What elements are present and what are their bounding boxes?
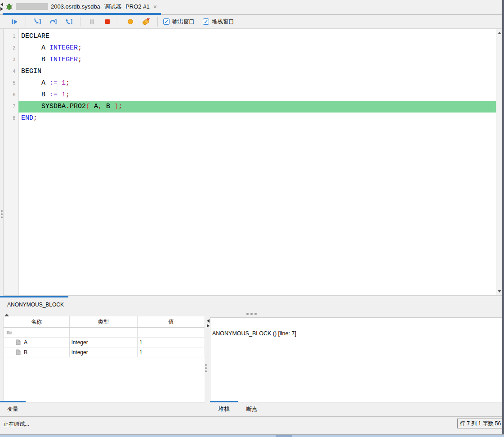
variables-tab-active[interactable]: 变量 bbox=[0, 402, 26, 416]
window-frame-border bbox=[502, 0, 504, 434]
variable-name-cell[interactable] bbox=[4, 328, 70, 337]
scroll-up-icon[interactable] bbox=[498, 32, 501, 34]
tab-strip: 2003.osrdb.sysdba--调试器--PRO2 #1 × bbox=[0, 0, 504, 15]
scroll-down-icon[interactable] bbox=[498, 290, 501, 293]
debugger-tab[interactable]: 2003.osrdb.sysdba--调试器--PRO2 #1 × bbox=[3, 0, 161, 13]
variable-row-a[interactable]: Ainteger1 bbox=[4, 338, 205, 347]
editor-vertical-scrollbar[interactable] bbox=[496, 29, 502, 295]
line-number[interactable]: 7 bbox=[4, 101, 18, 113]
anonymous-block-tab[interactable]: ANONYMOUS_BLOCK bbox=[7, 302, 64, 308]
code-text[interactable]: DECLARE bbox=[18, 31, 496, 42]
document-icon bbox=[16, 339, 21, 345]
debug-toolbar: ✓ 输出窗口 ✓ 堆栈窗口 bbox=[0, 15, 504, 29]
stack-window-checkbox[interactable]: ✓ 堆栈窗口 bbox=[203, 18, 234, 26]
pause-button[interactable] bbox=[87, 17, 96, 26]
code-line-4[interactable]: 4BEGIN bbox=[4, 66, 496, 77]
stop-icon bbox=[104, 18, 111, 25]
variable-name-cell[interactable]: B bbox=[4, 347, 70, 357]
step-into-icon bbox=[33, 18, 41, 26]
line-number[interactable]: 3 bbox=[4, 54, 18, 66]
resume-button[interactable] bbox=[10, 17, 19, 26]
resume-icon bbox=[11, 18, 18, 26]
variables-tab-indicator bbox=[0, 401, 26, 402]
stack-frame-row[interactable]: ANONYMOUS_BLOCK () [line: 7] bbox=[210, 329, 502, 338]
code-text[interactable]: B INTEGER; bbox=[18, 54, 496, 66]
step-over-icon bbox=[49, 18, 57, 26]
step-out-button[interactable] bbox=[64, 17, 73, 26]
variable-name-cell[interactable]: A bbox=[4, 338, 70, 347]
clear-breakpoints-button[interactable] bbox=[142, 17, 151, 26]
variable-row[interactable] bbox=[4, 328, 205, 338]
left-splitter-handle[interactable] bbox=[1, 209, 3, 220]
code-text[interactable]: SYSDBA.PRO2( A, B ); bbox=[18, 101, 496, 113]
step-into-button[interactable] bbox=[33, 17, 42, 26]
variables-tabbar: 变量 bbox=[0, 402, 205, 416]
column-header-value[interactable]: 值 bbox=[138, 316, 205, 327]
variables-table: 名称 类型 值 Ainteger1Binteger1 bbox=[3, 316, 205, 402]
folder-icon bbox=[6, 330, 13, 335]
code-text[interactable]: B := 1; bbox=[18, 89, 496, 101]
stack-tab-inactive[interactable]: 断点 bbox=[238, 402, 266, 416]
line-number[interactable]: 6 bbox=[4, 89, 18, 101]
code-text[interactable]: A INTEGER; bbox=[18, 42, 496, 54]
pause-icon bbox=[88, 18, 96, 26]
variable-type-cell[interactable]: integer bbox=[70, 338, 138, 347]
horizontal-splitter-handle[interactable] bbox=[246, 313, 257, 315]
code-text[interactable]: A := 1; bbox=[18, 77, 496, 89]
anonymous-block-tab-indicator bbox=[0, 296, 68, 297]
variable-value-cell[interactable]: 1 bbox=[138, 347, 205, 357]
code-lines[interactable]: 1DECLARE2 A INTEGER;3 B INTEGER;4BEGIN5 … bbox=[4, 31, 496, 124]
code-line-6[interactable]: 6 B := 1; bbox=[4, 89, 496, 101]
panel-divider bbox=[0, 296, 502, 296]
output-window-label: 输出窗口 bbox=[172, 18, 195, 26]
code-line-2[interactable]: 2 A INTEGER; bbox=[4, 42, 496, 54]
checkbox-check-icon[interactable]: ✓ bbox=[203, 18, 209, 25]
line-number[interactable]: 8 bbox=[4, 113, 18, 124]
variable-type-cell[interactable] bbox=[70, 328, 138, 337]
line-number[interactable]: 5 bbox=[4, 77, 18, 89]
collapse-left-icon[interactable] bbox=[207, 319, 210, 323]
variable-type-cell[interactable]: integer bbox=[70, 347, 138, 357]
bug-icon bbox=[5, 3, 13, 10]
stack-window-label: 堆栈窗口 bbox=[212, 18, 234, 26]
code-text[interactable]: BEGIN bbox=[18, 66, 496, 77]
panel-collapse-arrows[interactable] bbox=[207, 318, 210, 329]
tab-title: 2003.osrdb.sysdba--调试器--PRO2 #1 bbox=[51, 3, 150, 11]
step-over-button[interactable] bbox=[49, 17, 58, 26]
variables-table-header: 名称 类型 值 bbox=[4, 316, 205, 328]
document-icon bbox=[16, 349, 21, 355]
code-line-5[interactable]: 5 A := 1; bbox=[4, 77, 496, 89]
code-line-8[interactable]: 8END; bbox=[4, 113, 496, 124]
code-line-1[interactable]: 1DECLARE bbox=[4, 31, 496, 42]
code-line-7[interactable]: 7 SYSDBA.PRO2( A, B ); bbox=[4, 101, 496, 113]
variable-row-b[interactable]: Binteger1 bbox=[4, 347, 205, 357]
step-out-icon bbox=[65, 18, 73, 26]
scrollbar-thumb[interactable] bbox=[276, 435, 292, 437]
window-horizontal-scrollbar[interactable] bbox=[0, 434, 504, 437]
column-header-name[interactable]: 名称 bbox=[4, 316, 70, 327]
code-line-3[interactable]: 3 B INTEGER; bbox=[4, 54, 496, 66]
close-icon[interactable]: × bbox=[153, 3, 157, 10]
status-bar: 正在调试... 行 7 列 1 字数 56 bbox=[0, 416, 504, 434]
collapse-right-icon[interactable] bbox=[207, 324, 210, 328]
debugger-window: 2003.osrdb.sysdba--调试器--PRO2 #1 × ✓ 输出窗口… bbox=[0, 0, 504, 437]
stack-tab-active[interactable]: 堆栈 bbox=[210, 402, 238, 416]
checkbox-check-icon[interactable]: ✓ bbox=[163, 18, 169, 25]
clear-breakpoints-icon bbox=[142, 18, 150, 26]
toolbar-separator bbox=[157, 17, 158, 27]
line-number[interactable]: 1 bbox=[4, 31, 18, 42]
toggle-breakpoint-icon bbox=[127, 18, 134, 25]
output-window-checkbox[interactable]: ✓ 输出窗口 bbox=[163, 18, 195, 26]
line-number[interactable]: 4 bbox=[4, 66, 18, 77]
toggle-breakpoint-button[interactable] bbox=[126, 17, 135, 26]
redacted-host-text bbox=[16, 3, 48, 10]
variable-value-cell[interactable]: 1 bbox=[138, 338, 205, 347]
code-editor[interactable]: 1DECLARE2 A INTEGER;3 B INTEGER;4BEGIN5 … bbox=[3, 29, 502, 296]
stop-button[interactable] bbox=[103, 17, 112, 26]
code-text[interactable]: END; bbox=[18, 113, 496, 124]
column-header-type[interactable]: 类型 bbox=[70, 316, 138, 327]
line-number[interactable]: 2 bbox=[4, 42, 18, 54]
status-message: 正在调试... bbox=[3, 420, 29, 428]
vertical-splitter-handle[interactable] bbox=[205, 363, 207, 374]
variable-value-cell[interactable] bbox=[138, 328, 205, 337]
